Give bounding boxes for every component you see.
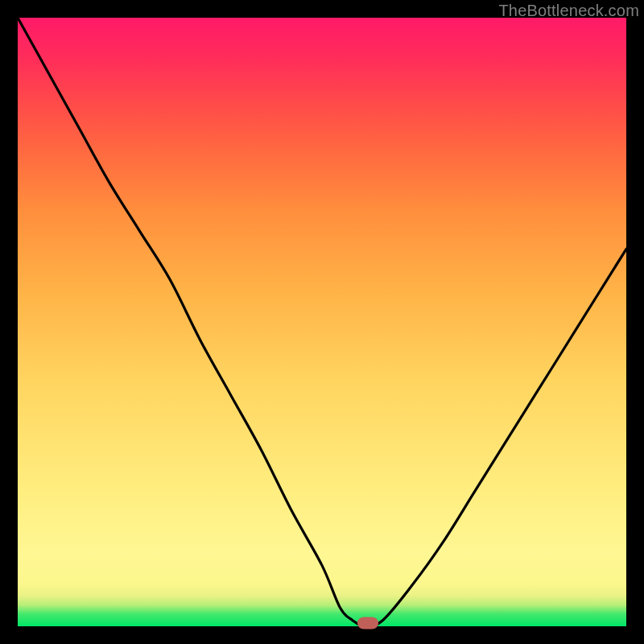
optimal-point-marker bbox=[357, 617, 378, 630]
plot-area bbox=[18, 18, 626, 626]
bottleneck-curve bbox=[18, 18, 626, 626]
watermark-text: TheBottleneck.com bbox=[498, 2, 639, 20]
chart-frame: TheBottleneck.com bbox=[0, 0, 644, 644]
